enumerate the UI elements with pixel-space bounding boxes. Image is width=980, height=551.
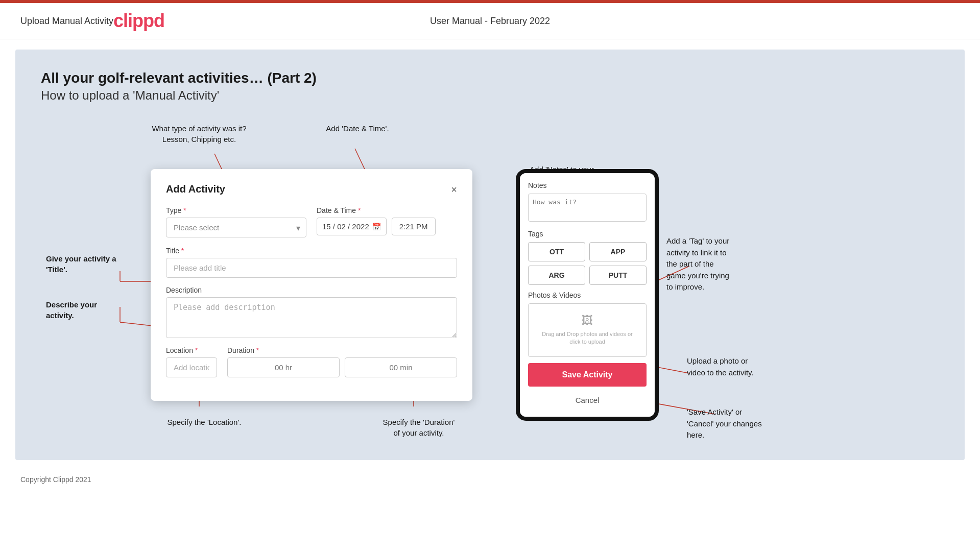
type-select[interactable]: Please select — [166, 218, 306, 237]
page-subheading: How to upload a 'Manual Activity' — [41, 88, 939, 103]
duration-hr-input[interactable] — [227, 357, 340, 377]
logo: clippd — [113, 10, 164, 32]
description-label: Description — [166, 286, 457, 294]
main-content: All your golf-relevant activities… (Part… — [15, 50, 965, 460]
header-subtitle: User Manual - February 2022 — [430, 16, 550, 27]
type-group: Type * Please select — [166, 206, 306, 237]
annotation-photo: Upload a photo or video to the activity. — [687, 355, 789, 378]
duration-label: Duration * — [227, 346, 457, 354]
annotation-tag: Add a 'Tag' to your activity to link it … — [666, 235, 779, 293]
copyright: Copyright Clippd 2021 — [20, 475, 91, 484]
phone-container: Notes Tags OTT APP ARG PUTT Photos & Vid… — [516, 169, 659, 421]
duration-group: Duration * — [227, 346, 457, 377]
type-label: Type * — [166, 206, 306, 214]
annotation-location: Specify the 'Location'. — [153, 417, 255, 427]
title-input[interactable] — [166, 258, 457, 278]
close-button[interactable]: × — [451, 184, 457, 195]
dialog-header: Add Activity × — [166, 183, 457, 195]
logo-text: clippd — [113, 10, 164, 32]
title-group: Title * — [166, 247, 457, 278]
tags-label: Tags — [528, 230, 647, 238]
calendar-icon: 📅 — [372, 223, 381, 231]
photo-icon: 🖼 — [539, 314, 636, 327]
location-input[interactable] — [166, 357, 217, 377]
title-field-label: Title * — [166, 247, 457, 255]
datetime-inputs: 15 / 02 / 2022 📅 2:21 PM — [317, 218, 457, 235]
dialog-title: Add Activity — [166, 183, 225, 195]
header: Upload Manual Activity User Manual - Feb… — [0, 3, 980, 39]
tag-putt[interactable]: PUTT — [589, 266, 647, 285]
photos-label: Photos & Videos — [528, 291, 647, 299]
form-row-location-duration: Location * Duration * — [166, 346, 457, 377]
datetime-label: Date & Time * — [317, 206, 457, 214]
duration-inputs — [227, 357, 457, 377]
annotation-description: Describe youractivity. — [46, 299, 117, 321]
annotation-save: 'Save Activity' or 'Cancel' your changes… — [687, 406, 799, 441]
location-group: Location * — [166, 346, 217, 377]
tag-arg[interactable]: ARG — [528, 266, 585, 285]
time-input[interactable]: 2:21 PM — [392, 218, 436, 235]
footer: Copyright Clippd 2021 — [0, 470, 980, 489]
phone-mockup: Notes Tags OTT APP ARG PUTT Photos & Vid… — [516, 169, 659, 421]
notes-textarea[interactable] — [528, 194, 647, 222]
cancel-button[interactable]: Cancel — [528, 392, 647, 409]
add-activity-dialog: Add Activity × Type * Please select — [151, 169, 472, 401]
annotation-title: Give your activity a'Title'. — [46, 253, 117, 275]
annotation-duration: Specify the 'Duration' of your activity. — [363, 417, 475, 438]
duration-min-input[interactable] — [345, 357, 457, 377]
photos-drop-zone[interactable]: 🖼 Drag and Drop photos and videos or cli… — [528, 303, 647, 357]
description-textarea[interactable] — [166, 297, 457, 338]
tag-ott[interactable]: OTT — [528, 242, 585, 261]
location-label: Location * — [166, 346, 217, 354]
form-row-type-datetime: Type * Please select Date & Time * 15 — [166, 206, 457, 237]
photos-text: Drag and Drop photos and videos or click… — [539, 330, 636, 346]
tag-app[interactable]: APP — [589, 242, 647, 261]
phone-inner: Notes Tags OTT APP ARG PUTT Photos & Vid… — [520, 173, 655, 417]
page-title: Upload Manual Activity — [20, 16, 113, 27]
notes-label: Notes — [528, 181, 647, 189]
type-select-wrapper: Please select — [166, 218, 306, 237]
datetime-group: Date & Time * 15 / 02 / 2022 📅 2:21 PM — [317, 206, 457, 237]
content-container: What type of activity was it? Lesson, Ch… — [41, 123, 939, 440]
description-group: Description — [166, 286, 457, 338]
date-input[interactable]: 15 / 02 / 2022 📅 — [317, 218, 387, 235]
tags-grid: OTT APP ARG PUTT — [528, 242, 647, 285]
annotation-datetime: Add 'Date & Time'. — [317, 123, 398, 134]
annotation-activity-type: What type of activity was it? Lesson, Ch… — [148, 123, 250, 145]
page-heading: All your golf-relevant activities… (Part… — [41, 70, 939, 86]
save-activity-button[interactable]: Save Activity — [528, 363, 647, 387]
